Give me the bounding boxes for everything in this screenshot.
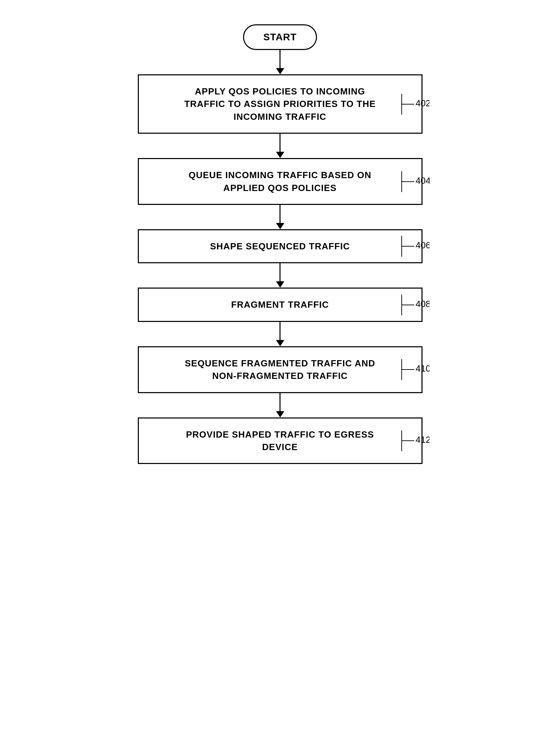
arrow-5 <box>276 322 284 346</box>
ref-410-label: 410 <box>416 363 429 374</box>
arrow-head-2 <box>276 152 284 158</box>
step-404-box: QUEUE INCOMING TRAFFIC BASED ONAPPLIED Q… <box>138 158 423 205</box>
step-408-row: FRAGMENT TRAFFIC 408 <box>124 288 436 322</box>
step-402-box: APPLY QOS POLICIES TO INCOMINGTRAFFIC TO… <box>138 74 423 134</box>
step-406-box: SHAPE SEQUENCED TRAFFIC <box>138 229 423 263</box>
arrow-head-3 <box>276 223 284 229</box>
arrow-line-6 <box>279 393 281 411</box>
arrow-6 <box>276 393 284 417</box>
step-412-row: PROVIDE SHAPED TRAFFIC TO EGRESSDEVICE 4… <box>124 417 436 464</box>
step-410-box: SEQUENCE FRAGMENTED TRAFFIC ANDNON-FRAGM… <box>138 346 423 393</box>
ref-402-bracket: 402 <box>398 94 429 115</box>
ref-410-bracket: 410 <box>398 359 429 380</box>
flowchart: START APPLY QOS POLICIES TO INCOMINGTRAF… <box>124 14 436 464</box>
arrow-head-4 <box>276 281 284 288</box>
ref-408-bracket: 408 <box>398 295 429 315</box>
arrow-2 <box>276 134 284 158</box>
arrow-1 <box>276 50 284 74</box>
ref-406-label: 406 <box>416 240 429 250</box>
arrow-head-6 <box>276 411 284 417</box>
ref-412-bracket: 412 <box>398 430 429 451</box>
ref-404-label: 404 <box>416 175 429 186</box>
step-404-row: QUEUE INCOMING TRAFFIC BASED ONAPPLIED Q… <box>124 158 436 205</box>
ref-404-bracket: 404 <box>398 171 429 192</box>
ref-412-label: 412 <box>416 434 429 445</box>
step-406-row: SHAPE SEQUENCED TRAFFIC 406 <box>124 229 436 263</box>
arrow-4 <box>276 263 284 288</box>
arrow-line-5 <box>279 322 281 340</box>
arrow-3 <box>276 205 284 229</box>
step-404-text: QUEUE INCOMING TRAFFIC BASED ONAPPLIED Q… <box>189 170 371 193</box>
step-410-text: SEQUENCE FRAGMENTED TRAFFIC ANDNON-FRAGM… <box>185 358 375 381</box>
step-402-row: APPLY QOS POLICIES TO INCOMINGTRAFFIC TO… <box>124 74 436 134</box>
step-410-row: SEQUENCE FRAGMENTED TRAFFIC ANDNON-FRAGM… <box>124 346 436 393</box>
arrow-line-2 <box>279 134 281 152</box>
ref-406-bracket: 406 <box>398 236 429 257</box>
arrow-line-1 <box>279 50 281 68</box>
start-ellipse: START <box>243 24 317 50</box>
step-412-box: PROVIDE SHAPED TRAFFIC TO EGRESSDEVICE <box>138 417 423 464</box>
arrow-line-4 <box>279 263 281 281</box>
ref-402-label: 402 <box>416 98 429 108</box>
step-402-text: APPLY QOS POLICIES TO INCOMINGTRAFFIC TO… <box>184 86 376 122</box>
step-412-text: PROVIDE SHAPED TRAFFIC TO EGRESSDEVICE <box>186 429 374 452</box>
arrow-head-1 <box>276 68 284 74</box>
ref-408-label: 408 <box>416 299 429 309</box>
step-408-box: FRAGMENT TRAFFIC <box>138 288 423 322</box>
step-408-text: FRAGMENT TRAFFIC <box>231 299 329 310</box>
start-node: START <box>124 24 436 50</box>
arrow-line-3 <box>279 205 281 223</box>
step-406-text: SHAPE SEQUENCED TRAFFIC <box>210 241 350 251</box>
arrow-head-5 <box>276 340 284 346</box>
